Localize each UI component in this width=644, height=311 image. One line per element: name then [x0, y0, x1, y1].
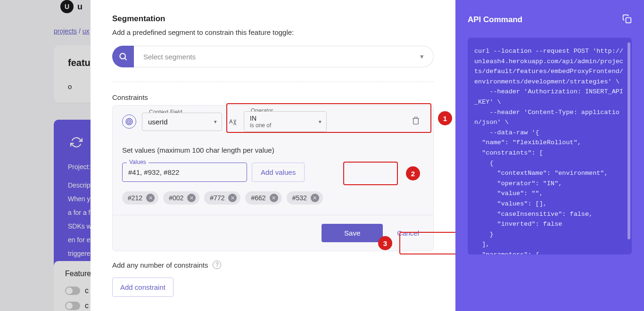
select-segments-dropdown[interactable]: Select segments ▾	[134, 46, 434, 67]
api-code-block[interactable]: curl --location --request POST 'http://u…	[468, 38, 632, 254]
annotation-badge: 3	[378, 236, 392, 250]
annotation-box	[343, 162, 398, 185]
set-values-label: Set values (maximum 100 char length per …	[122, 146, 424, 154]
segmentation-title: Segmentation	[112, 14, 434, 24]
api-command-title: API Command	[468, 15, 522, 25]
values-field-label: Values	[127, 159, 149, 165]
target-icon	[122, 115, 136, 129]
search-icon	[112, 46, 134, 67]
annotation-box	[399, 232, 455, 254]
segmentation-subtitle: Add a predefined segment to constrain th…	[112, 28, 434, 36]
constraints-label: Constraints	[112, 93, 434, 101]
chip-remove-icon[interactable]: ✕	[146, 194, 155, 202]
value-chip: #002✕	[163, 191, 199, 205]
api-command-panel: API Command curl --location --request PO…	[455, 0, 644, 311]
any-constraints-label: Add any number of constraints	[112, 261, 208, 269]
value-chip: #212✕	[122, 191, 158, 205]
chip-remove-icon[interactable]: ✕	[228, 194, 237, 202]
svg-line-1	[125, 58, 127, 60]
annotation-badge: 1	[438, 111, 452, 125]
add-constraint-button[interactable]: Add constraint	[112, 278, 173, 297]
values-input[interactable]	[122, 163, 247, 182]
save-button[interactable]: Save	[322, 224, 383, 242]
context-field-select[interactable]: userId ▾	[142, 113, 222, 131]
value-chip: #662✕	[245, 191, 281, 205]
chip-remove-icon[interactable]: ✕	[187, 194, 196, 202]
help-icon[interactable]: ?	[213, 261, 221, 269]
svg-rect-5	[626, 18, 631, 23]
strategy-modal: Segmentation Add a predefined segment to…	[91, 0, 455, 311]
value-chips: #212✕ #002✕ #772✕ #662✕ #532✕	[122, 191, 424, 205]
chip-remove-icon[interactable]: ✕	[270, 194, 278, 202]
value-chip: #532✕	[287, 191, 323, 205]
select-segments-placeholder: Select segments	[143, 53, 196, 61]
chevron-down-icon: ▾	[214, 119, 217, 125]
divider	[112, 82, 434, 82]
chevron-down-icon: ▾	[420, 52, 424, 61]
value-chip: #772✕	[204, 191, 240, 205]
add-values-button[interactable]: Add values	[252, 163, 305, 182]
scrollbar[interactable]	[627, 42, 630, 239]
chip-remove-icon[interactable]: ✕	[311, 194, 319, 202]
svg-point-4	[129, 121, 130, 122]
annotation-badge: 2	[406, 166, 420, 180]
svg-point-0	[120, 53, 125, 59]
context-field-value: userId	[148, 118, 168, 126]
copy-icon[interactable]	[622, 14, 632, 25]
annotation-box	[226, 103, 431, 133]
